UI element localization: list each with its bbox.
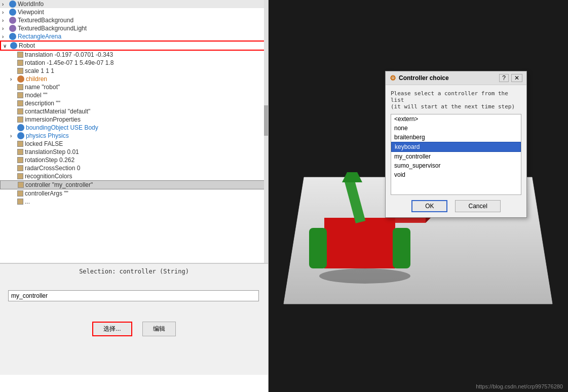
tree-item-locked[interactable]: locked FALSE bbox=[0, 140, 268, 148]
tree-item-texturedbglight[interactable]: › TexturedBackgroundLight bbox=[0, 24, 268, 32]
select-button[interactable]: 选择... bbox=[92, 322, 132, 336]
edit-button[interactable]: 编辑 bbox=[142, 322, 176, 336]
immersionprops-icon bbox=[17, 116, 23, 123]
translation-label: translation -0.197 -0.0701 -0.343 bbox=[25, 51, 113, 58]
locked-label: locked FALSE bbox=[25, 140, 63, 147]
tree-item-immersionprops[interactable]: immersionProperties bbox=[0, 115, 268, 124]
dialog-list-item-void[interactable]: void bbox=[391, 170, 521, 179]
description-label: description "" bbox=[25, 100, 60, 107]
tree-item-translation[interactable]: translation -0.197 -0.0701 -0.343 bbox=[0, 51, 268, 59]
tree-item-worldinfo[interactable]: › WorldInfo bbox=[0, 0, 268, 8]
tree-item-rectanglearena[interactable]: › RectangleArena bbox=[0, 32, 268, 41]
tree-item-description[interactable]: description "" bbox=[0, 99, 268, 107]
children-icon bbox=[17, 75, 24, 83]
scrollbar-track[interactable] bbox=[264, 0, 268, 263]
dialog-titlebar: ⚙ Controller choice ? ✕ bbox=[386, 71, 526, 85]
dialog-footer: OK Cancel bbox=[391, 200, 521, 212]
viewpoint-label: Viewpoint bbox=[18, 9, 44, 16]
locked-icon bbox=[17, 141, 23, 147]
dialog-list-item-sumo-supervisor[interactable]: sumo_supervisor bbox=[391, 161, 521, 170]
texturedbg-label: TexturedBackground bbox=[18, 17, 73, 24]
worldinfo-icon bbox=[9, 1, 16, 8]
controller-choice-dialog: ⚙ Controller choice ? ✕ Please select a … bbox=[385, 71, 527, 218]
more-icon bbox=[17, 199, 23, 205]
dialog-message: Please select a controller from the list… bbox=[391, 90, 521, 110]
tree-item-controllerargs[interactable]: controllerArgs "" bbox=[0, 189, 268, 198]
viewpoint-icon bbox=[9, 9, 16, 16]
rectanglearena-label: RectangleArena bbox=[18, 33, 61, 40]
tree-item-viewpoint[interactable]: › Viewpoint bbox=[0, 8, 268, 16]
expand-arrow-worldinfo[interactable]: › bbox=[2, 2, 9, 7]
tree-item-boundingobject[interactable]: boundingObject USE Body bbox=[0, 124, 268, 132]
tree-item-texturedbg[interactable]: › TexturedBackground bbox=[0, 16, 268, 24]
expand-arrow-children[interactable]: › bbox=[10, 76, 17, 82]
expand-arrow-texturedbglight[interactable]: › bbox=[2, 26, 9, 31]
tree-item-rotationstep[interactable]: rotationStep 0.262 bbox=[0, 156, 268, 164]
tree-item-rotation[interactable]: rotation -1.45e-07 1 5.49e-07 1.8 bbox=[0, 59, 268, 67]
expand-arrow-texturedbg[interactable]: › bbox=[2, 18, 9, 23]
dialog-msg-line2: (it will start at the next time step) bbox=[391, 103, 515, 110]
description-icon bbox=[17, 100, 23, 106]
tree-item-robot[interactable]: ∨ Robot bbox=[0, 41, 268, 51]
texturedbglight-icon bbox=[9, 25, 16, 32]
tree-item-name[interactable]: name "robot" bbox=[0, 83, 268, 91]
more-label: ... bbox=[25, 198, 30, 205]
tree-item-model[interactable]: model "" bbox=[0, 91, 268, 99]
dialog-close-button[interactable]: ✕ bbox=[511, 74, 522, 82]
translationstep-icon bbox=[17, 149, 23, 155]
svg-rect-4 bbox=[324, 218, 395, 268]
radarcross-label: radarCrossSection 0 bbox=[25, 165, 80, 172]
dialog-title: Controller choice bbox=[399, 74, 449, 82]
svg-point-12 bbox=[319, 268, 410, 284]
dialog-list-item-keyboard[interactable]: keyboard bbox=[391, 142, 521, 152]
dialog-help-button[interactable]: ? bbox=[499, 74, 509, 82]
tree-item-children[interactable]: › children bbox=[0, 75, 268, 83]
rotationstep-label: rotationStep 0.262 bbox=[25, 156, 74, 164]
robot-label: Robot bbox=[19, 42, 35, 49]
texturedbglight-label: TexturedBackgroundLight bbox=[18, 25, 87, 32]
dialog-list-item-braitenberg[interactable]: braitenberg bbox=[391, 133, 521, 142]
worldinfo-label: WorldInfo bbox=[18, 1, 44, 8]
model-label: model "" bbox=[25, 92, 48, 99]
expand-arrow-robot[interactable]: ∨ bbox=[3, 43, 10, 49]
rotationstep-icon bbox=[17, 157, 23, 163]
translationstep-label: translationStep 0.01 bbox=[25, 148, 79, 155]
contactmaterial-label: contactMaterial "default" bbox=[25, 108, 90, 115]
dialog-cancel-button[interactable]: Cancel bbox=[455, 200, 500, 212]
texturedbg-icon bbox=[9, 17, 16, 24]
tree-item-contactmaterial[interactable]: contactMaterial "default" bbox=[0, 107, 268, 115]
expand-arrow-physics[interactable]: › bbox=[10, 133, 17, 139]
tree-item-translationstep[interactable]: translationStep 0.01 bbox=[0, 148, 268, 156]
tree-item-more[interactable]: ... bbox=[0, 198, 268, 206]
boundingobject-icon bbox=[17, 124, 24, 131]
tree-item-physics[interactable]: › physics Physics bbox=[0, 132, 268, 140]
controller-input[interactable] bbox=[8, 290, 259, 301]
contactmaterial-icon bbox=[17, 108, 23, 114]
dialog-body: Please select a controller from the list… bbox=[386, 85, 526, 217]
tree-item-recognitioncolors[interactable]: recognitionColors bbox=[0, 172, 268, 180]
tree-item-controller[interactable]: controller "my_controller" bbox=[0, 180, 268, 189]
scrollbar-thumb[interactable] bbox=[264, 105, 268, 136]
rotation-label: rotation -1.45e-07 1 5.49e-07 1.8 bbox=[25, 59, 113, 66]
svg-rect-6 bbox=[393, 228, 410, 268]
translation-icon bbox=[17, 52, 23, 58]
dialog-list-item-my-controller[interactable]: my_controller bbox=[391, 152, 521, 161]
dialog-ok-button[interactable]: OK bbox=[411, 200, 447, 212]
dialog-list-item-none[interactable]: none bbox=[391, 124, 521, 133]
dialog-list-item-extern[interactable]: <extern> bbox=[391, 114, 521, 124]
controller-icon bbox=[18, 182, 24, 188]
dialog-list[interactable]: <extern> none braitenberg keyboard my_co… bbox=[391, 114, 521, 195]
dialog-title-left: ⚙ Controller choice bbox=[390, 74, 449, 82]
immersionprops-label: immersionProperties bbox=[25, 116, 81, 123]
expand-arrow-rectanglearena[interactable]: › bbox=[2, 34, 9, 40]
controllerargs-icon bbox=[17, 190, 23, 197]
physics-icon bbox=[17, 132, 24, 139]
boundingobject-label: boundingObject USE Body bbox=[26, 124, 98, 131]
model-icon bbox=[17, 92, 23, 98]
tree-panel[interactable]: › WorldInfo › Viewpoint › TexturedBackgr… bbox=[0, 0, 268, 263]
controllerargs-label: controllerArgs "" bbox=[25, 190, 68, 197]
physics-label: physics Physics bbox=[26, 132, 69, 139]
tree-item-scale[interactable]: scale 1 1 1 bbox=[0, 67, 268, 75]
expand-arrow-viewpoint[interactable]: › bbox=[2, 10, 9, 15]
tree-item-radarcross[interactable]: radarCrossSection 0 bbox=[0, 164, 268, 172]
